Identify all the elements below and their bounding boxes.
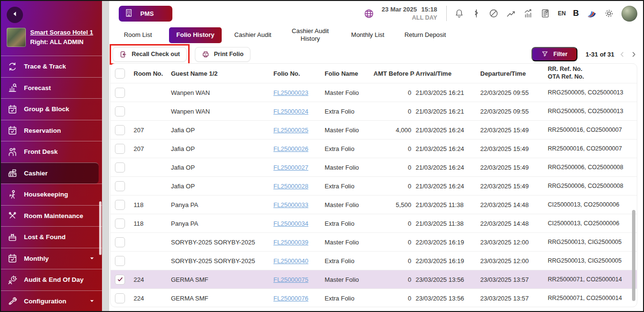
tab-room-list[interactable]: Room List <box>112 31 164 39</box>
ref-no-cell: RR25000016, CO25000007 <box>544 145 637 152</box>
hotel-name-link[interactable]: Smart Soraso Hotel 1 <box>30 29 93 36</box>
sidebar-item-trace-track[interactable]: Trace & Track <box>1 56 102 77</box>
page-next-icon[interactable] <box>630 51 637 58</box>
settings-gear-icon[interactable] <box>604 8 614 19</box>
table-row[interactable]: 118Panya PAFL25000033Master Folio5,50021… <box>111 195 637 214</box>
tab-cashier-audit[interactable]: Cashier Audit <box>226 31 279 39</box>
sidebar-item-audit-end-of-day[interactable]: Audit & End Of Day <box>1 269 102 290</box>
table-row[interactable]: 118Panya PAFL25000034Extra Folio021/03/2… <box>111 214 637 232</box>
tab-monthly-list[interactable]: Monthly List <box>341 31 394 39</box>
sidebar-item-room-maintenance[interactable]: Room Maintenance <box>1 205 102 227</box>
departure-time-cell: 22/03/2025 14:48 <box>479 201 544 208</box>
sidebar-collapse-button[interactable] <box>7 7 23 23</box>
page-previous-icon[interactable] <box>619 51 626 58</box>
table-row[interactable]: Jafia OPFL25000027Master Folio021/03/202… <box>111 158 637 176</box>
language-switch[interactable]: EN <box>558 10 566 17</box>
folio-link[interactable]: FL25000023 <box>273 89 308 96</box>
table-row[interactable]: 207Jafia OPFL25000026Extra Folio021/03/2… <box>111 139 637 158</box>
sidebar-item-lost-found[interactable]: Lost & Found <box>1 226 102 248</box>
filter-button[interactable]: Filter <box>531 47 577 61</box>
folio-name-cell: Extra Folio <box>324 220 373 227</box>
select-all-checkbox[interactable] <box>115 69 125 79</box>
print-folio-button[interactable]: Print Folio <box>195 47 250 62</box>
folio-link[interactable]: FL25000033 <box>273 201 308 208</box>
table-row[interactable]: Jafia OPFL25000028Extra Folio021/03/2025… <box>111 176 637 195</box>
sidebar-item-housekeeping[interactable]: Housekeeping <box>1 184 102 205</box>
row-checkbox[interactable] <box>115 88 125 98</box>
bar-chart-icon[interactable] <box>523 8 533 19</box>
folio-no-cell: FL25000023 <box>272 89 324 96</box>
tab-folio-history[interactable]: Folio History <box>169 27 222 43</box>
arrival-time-cell: 21/03/2025 11:38 <box>415 201 479 208</box>
row-checkbox[interactable] <box>115 256 125 266</box>
folio-link[interactable]: FL25000027 <box>273 164 308 171</box>
block-icon[interactable] <box>488 8 499 19</box>
pagination: 1-31 of 31 <box>586 51 637 58</box>
recall-check-out-button[interactable]: Recall Check out <box>113 47 187 62</box>
table-row[interactable]: 207Jafia OPFL25000025Master Folio4,00021… <box>111 120 637 139</box>
row-checkbox[interactable] <box>115 162 125 173</box>
key-icon[interactable] <box>471 8 482 19</box>
row-checkbox[interactable] <box>115 144 125 154</box>
pms-module-button[interactable]: PMS <box>119 6 172 22</box>
folio-link[interactable]: FL25000040 <box>273 257 308 265</box>
row-checkbox[interactable] <box>115 293 125 303</box>
table-row[interactable]: SORYBY-2025 SORYBY-2025FL25000040Extra F… <box>111 251 637 270</box>
sidebar-item-label: Cashier <box>24 170 48 177</box>
row-checkbox[interactable] <box>115 219 125 229</box>
sidebar-item-label: Group & Block <box>24 105 69 113</box>
sidebar-item-group-block[interactable]: Group & Block <box>1 98 102 120</box>
column-header-departure-time: Departure/Time <box>479 70 544 77</box>
folio-link[interactable]: FL25000034 <box>273 220 308 227</box>
sidebar-item-monthly[interactable]: Monthly <box>1 248 102 269</box>
tab-bar: Room ListFolio HistoryCashier AuditCashi… <box>109 26 643 44</box>
row-checkbox[interactable] <box>115 125 125 135</box>
table-row[interactable]: 224GERMA SMFFL25000075Master Folio023/03… <box>111 270 637 289</box>
tab-return-deposit[interactable]: Return Deposit <box>399 31 452 39</box>
row-checkbox[interactable] <box>115 200 125 210</box>
sidebar-item-configuration[interactable]: Configuration <box>1 290 102 312</box>
sidebar-scrollbar[interactable] <box>99 201 102 255</box>
bell-icon[interactable] <box>454 8 464 19</box>
sidebar-item-cashier[interactable]: Cashier <box>1 162 99 184</box>
amt-before-paid-cell: 0 <box>373 164 415 171</box>
arrival-time-cell: 23/03/2025 13:56 <box>415 295 479 302</box>
folio-link[interactable]: FL25000076 <box>273 295 308 302</box>
ref-no-cell: CI25000013, CO25000006 <box>544 201 637 208</box>
row-checkbox-checked[interactable] <box>115 275 125 285</box>
row-checkbox[interactable] <box>115 237 125 247</box>
table-row[interactable]: Wanpen WANFL25000024Extra Folio021/03/20… <box>111 102 637 120</box>
line-chart-icon[interactable] <box>506 8 516 19</box>
sidebar-item-forecast[interactable]: Forecast <box>1 77 102 99</box>
tab-cashier-audit-history[interactable]: Cashier Audit History <box>284 27 337 42</box>
folio-link[interactable]: FL25000026 <box>273 145 308 152</box>
table-row[interactable]: 224GERMA SMFFL25000076Extra Folio023/03/… <box>111 289 637 307</box>
chevron-down-icon <box>88 254 96 262</box>
user-avatar[interactable] <box>621 6 637 22</box>
folio-no-cell: FL25000025 <box>272 127 324 134</box>
row-checkbox[interactable] <box>115 181 125 191</box>
table-row[interactable]: SORYBY-2025 SORYBY-2025FL25000039Master … <box>111 232 637 251</box>
folio-link[interactable]: FL25000025 <box>273 127 308 134</box>
table-scrollbar[interactable] <box>632 210 635 301</box>
row-checkbox[interactable] <box>115 106 125 116</box>
header-icon-row <box>454 8 551 19</box>
bold-toggle[interactable]: B <box>573 9 579 18</box>
folio-no-cell: FL25000034 <box>272 220 324 227</box>
theme-palette-icon[interactable] <box>586 8 597 19</box>
sidebar-item-front-desk[interactable]: Front Desk <box>1 141 102 162</box>
sidebar-item-reservation[interactable]: Reservation <box>1 120 102 141</box>
column-header-guest-name-1-2: Guest Name 1/2 <box>170 70 272 77</box>
room-no-cell: 207 <box>133 145 170 152</box>
day-mode-label: ALL DAY <box>412 14 437 21</box>
folio-link[interactable]: FL25000024 <box>273 108 308 115</box>
table-header-row: Room No.Guest Name 1/2Folio No.Folio Nam… <box>111 64 637 83</box>
globe-icon[interactable] <box>363 8 374 19</box>
sidebar-item-label: Housekeeping <box>24 191 68 198</box>
table-row[interactable]: Wanpen WANFL25000023Master Folio021/03/2… <box>111 83 637 102</box>
folio-link[interactable]: FL25000075 <box>273 276 308 283</box>
report-icon[interactable] <box>540 8 551 19</box>
folio-link[interactable]: FL25000039 <box>273 239 308 246</box>
folio-link[interactable]: FL25000028 <box>273 183 308 190</box>
folio-name-cell: Master Folio <box>324 276 373 283</box>
